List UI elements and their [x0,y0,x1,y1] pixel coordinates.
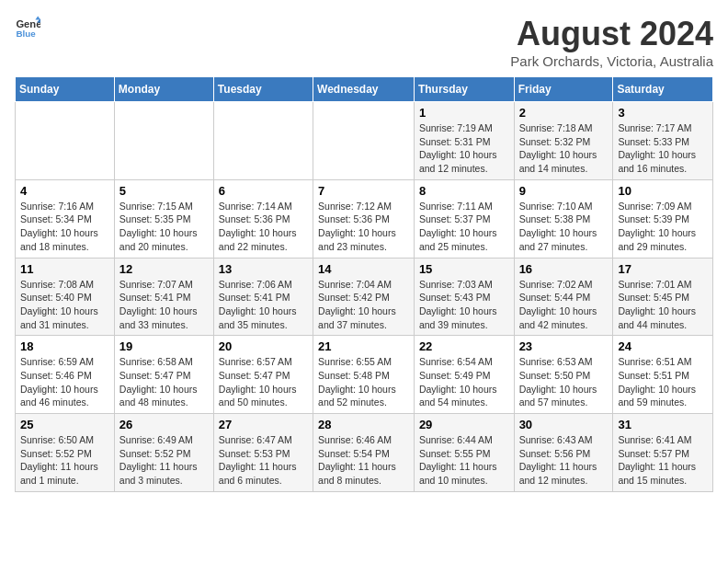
day-cell: 26Sunrise: 6:49 AMSunset: 5:52 PMDayligh… [114,414,213,492]
header-day-thursday: Thursday [414,77,514,102]
title-area: August 2024 Park Orchards, Victoria, Aus… [510,15,713,69]
day-number: 4 [20,184,109,198]
header-day-friday: Friday [514,77,613,102]
day-info: Sunrise: 7:06 AMSunset: 5:41 PMDaylight:… [219,278,308,332]
header-day-sunday: Sunday [16,77,115,102]
day-info: Sunrise: 6:53 AMSunset: 5:50 PMDaylight:… [519,355,609,409]
day-info: Sunrise: 6:50 AMSunset: 5:52 PMDaylight:… [20,433,109,488]
day-number: 6 [219,184,308,198]
day-cell: 1Sunrise: 7:19 AMSunset: 5:31 PMDaylight… [414,102,514,180]
day-cell: 18Sunrise: 6:59 AMSunset: 5:46 PMDayligh… [16,336,115,414]
day-info: Sunrise: 7:15 AMSunset: 5:35 PMDaylight:… [119,200,209,254]
day-info: Sunrise: 7:03 AMSunset: 5:43 PMDaylight:… [419,278,509,332]
day-cell: 12Sunrise: 7:07 AMSunset: 5:41 PMDayligh… [114,258,213,336]
day-number: 24 [618,339,708,353]
day-info: Sunrise: 6:57 AMSunset: 5:47 PMDaylight:… [219,355,308,409]
logo-icon: General Blue [15,15,40,40]
day-cell: 3Sunrise: 7:17 AMSunset: 5:33 PMDaylight… [613,102,713,180]
day-cell: 27Sunrise: 6:47 AMSunset: 5:53 PMDayligh… [213,414,313,492]
day-cell: 19Sunrise: 6:58 AMSunset: 5:47 PMDayligh… [114,336,213,414]
week-row-3: 11Sunrise: 7:08 AMSunset: 5:40 PMDayligh… [16,258,713,336]
day-number: 16 [519,262,609,276]
day-cell: 31Sunrise: 6:41 AMSunset: 5:57 PMDayligh… [613,414,713,492]
day-number: 15 [419,262,509,276]
day-info: Sunrise: 7:02 AMSunset: 5:44 PMDaylight:… [519,278,609,332]
day-info: Sunrise: 6:58 AMSunset: 5:47 PMDaylight:… [119,355,209,409]
day-info: Sunrise: 7:12 AMSunset: 5:36 PMDaylight:… [318,200,409,254]
day-info: Sunrise: 7:07 AMSunset: 5:41 PMDaylight:… [119,278,209,332]
day-cell: 23Sunrise: 6:53 AMSunset: 5:50 PMDayligh… [514,336,613,414]
day-cell [114,102,213,180]
day-cell: 28Sunrise: 6:46 AMSunset: 5:54 PMDayligh… [313,414,415,492]
day-info: Sunrise: 6:46 AMSunset: 5:54 PMDaylight:… [318,433,409,488]
day-info: Sunrise: 7:11 AMSunset: 5:37 PMDaylight:… [419,200,509,254]
day-cell: 14Sunrise: 7:04 AMSunset: 5:42 PMDayligh… [313,258,415,336]
day-number: 23 [519,339,609,353]
day-info: Sunrise: 7:16 AMSunset: 5:34 PMDaylight:… [20,200,109,254]
day-number: 30 [519,418,609,431]
day-number: 12 [119,262,209,276]
day-cell: 13Sunrise: 7:06 AMSunset: 5:41 PMDayligh… [213,258,313,336]
day-info: Sunrise: 6:47 AMSunset: 5:53 PMDaylight:… [219,433,308,488]
day-info: Sunrise: 6:43 AMSunset: 5:56 PMDaylight:… [519,433,609,488]
day-info: Sunrise: 7:10 AMSunset: 5:38 PMDaylight:… [519,200,609,254]
day-info: Sunrise: 7:09 AMSunset: 5:39 PMDaylight:… [618,200,708,254]
subtitle: Park Orchards, Victoria, Australia [510,53,713,69]
day-cell: 29Sunrise: 6:44 AMSunset: 5:55 PMDayligh… [414,414,514,492]
week-row-2: 4Sunrise: 7:16 AMSunset: 5:34 PMDaylight… [16,179,713,258]
day-number: 7 [318,184,409,198]
day-info: Sunrise: 7:19 AMSunset: 5:31 PMDaylight:… [419,121,509,176]
day-info: Sunrise: 7:17 AMSunset: 5:33 PMDaylight:… [618,121,708,176]
day-number: 18 [20,339,109,353]
day-cell: 7Sunrise: 7:12 AMSunset: 5:36 PMDaylight… [313,179,415,258]
day-info: Sunrise: 6:51 AMSunset: 5:51 PMDaylight:… [618,355,708,409]
day-cell: 6Sunrise: 7:14 AMSunset: 5:36 PMDaylight… [213,179,313,258]
calendar-table: SundayMondayTuesdayWednesdayThursdayFrid… [15,76,713,492]
day-cell: 16Sunrise: 7:02 AMSunset: 5:44 PMDayligh… [514,258,613,336]
day-number: 29 [419,418,509,431]
day-info: Sunrise: 6:49 AMSunset: 5:52 PMDaylight:… [119,433,209,488]
day-cell [313,102,415,180]
day-info: Sunrise: 6:44 AMSunset: 5:55 PMDaylight:… [419,433,509,488]
week-row-1: 1Sunrise: 7:19 AMSunset: 5:31 PMDaylight… [16,102,713,180]
day-number: 5 [119,184,209,198]
day-number: 31 [618,418,708,431]
day-cell: 22Sunrise: 6:54 AMSunset: 5:49 PMDayligh… [414,336,514,414]
day-number: 25 [20,418,109,431]
day-number: 3 [618,106,708,120]
day-cell: 30Sunrise: 6:43 AMSunset: 5:56 PMDayligh… [514,414,613,492]
day-number: 1 [419,106,509,120]
day-cell: 24Sunrise: 6:51 AMSunset: 5:51 PMDayligh… [613,336,713,414]
day-number: 22 [419,339,509,353]
header: General Blue August 2024 Park Orchards, … [15,15,713,69]
day-cell: 17Sunrise: 7:01 AMSunset: 5:45 PMDayligh… [613,258,713,336]
day-number: 17 [618,262,708,276]
day-info: Sunrise: 6:59 AMSunset: 5:46 PMDaylight:… [20,355,109,409]
day-info: Sunrise: 7:18 AMSunset: 5:32 PMDaylight:… [519,121,609,176]
day-info: Sunrise: 7:08 AMSunset: 5:40 PMDaylight:… [20,278,109,332]
day-info: Sunrise: 7:14 AMSunset: 5:36 PMDaylight:… [219,200,308,254]
day-number: 9 [519,184,609,198]
day-info: Sunrise: 7:04 AMSunset: 5:42 PMDaylight:… [318,278,409,332]
day-number: 19 [119,339,209,353]
day-number: 10 [618,184,708,198]
week-row-4: 18Sunrise: 6:59 AMSunset: 5:46 PMDayligh… [16,336,713,414]
header-day-wednesday: Wednesday [313,77,415,102]
day-number: 11 [20,262,109,276]
day-cell: 15Sunrise: 7:03 AMSunset: 5:43 PMDayligh… [414,258,514,336]
main-title: August 2024 [510,15,713,53]
day-cell [16,102,115,180]
header-row: SundayMondayTuesdayWednesdayThursdayFrid… [16,77,713,102]
logo: General Blue [15,15,40,40]
day-number: 21 [318,339,409,353]
day-cell: 10Sunrise: 7:09 AMSunset: 5:39 PMDayligh… [613,179,713,258]
day-cell: 2Sunrise: 7:18 AMSunset: 5:32 PMDaylight… [514,102,613,180]
day-cell: 21Sunrise: 6:55 AMSunset: 5:48 PMDayligh… [313,336,415,414]
header-day-monday: Monday [114,77,213,102]
day-cell [213,102,313,180]
day-cell: 4Sunrise: 7:16 AMSunset: 5:34 PMDaylight… [16,179,115,258]
svg-text:Blue: Blue [16,29,36,39]
header-day-saturday: Saturday [613,77,713,102]
day-number: 20 [219,339,308,353]
day-cell: 20Sunrise: 6:57 AMSunset: 5:47 PMDayligh… [213,336,313,414]
